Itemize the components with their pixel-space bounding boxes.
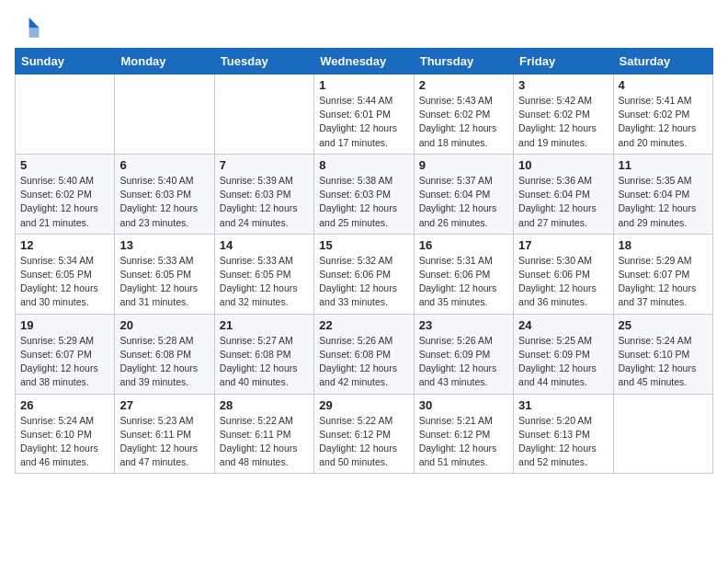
day-number: 14: [220, 238, 309, 252]
day-cell: 26Sunrise: 5:24 AM Sunset: 6:10 PM Dayli…: [16, 394, 115, 474]
day-info: Sunrise: 5:36 AM Sunset: 6:04 PM Dayligh…: [518, 174, 608, 230]
day-number: 13: [119, 238, 209, 252]
day-cell: 7Sunrise: 5:39 AM Sunset: 6:03 PM Daylig…: [214, 154, 313, 234]
day-cell: 30Sunrise: 5:21 AM Sunset: 6:12 PM Dayli…: [414, 394, 513, 474]
day-cell: 13Sunrise: 5:33 AM Sunset: 6:05 PM Dayli…: [115, 234, 214, 314]
weekday-tuesday: Tuesday: [214, 49, 313, 75]
day-info: Sunrise: 5:40 AM Sunset: 6:03 PM Dayligh…: [119, 174, 209, 230]
day-cell: 10Sunrise: 5:36 AM Sunset: 6:04 PM Dayli…: [514, 154, 613, 234]
day-number: 19: [20, 318, 109, 332]
day-info: Sunrise: 5:33 AM Sunset: 6:05 PM Dayligh…: [119, 254, 209, 310]
day-info: Sunrise: 5:25 AM Sunset: 6:09 PM Dayligh…: [518, 334, 608, 390]
week-row-4: 19Sunrise: 5:29 AM Sunset: 6:07 PM Dayli…: [16, 314, 713, 394]
day-info: Sunrise: 5:29 AM Sunset: 6:07 PM Dayligh…: [619, 254, 708, 310]
day-info: Sunrise: 5:22 AM Sunset: 6:11 PM Dayligh…: [220, 414, 309, 470]
day-info: Sunrise: 5:41 AM Sunset: 6:02 PM Dayligh…: [619, 94, 708, 150]
day-number: 31: [518, 398, 608, 412]
weekday-wednesday: Wednesday: [314, 49, 414, 75]
day-number: 23: [419, 318, 508, 332]
day-number: 26: [20, 398, 109, 412]
day-cell: 14Sunrise: 5:33 AM Sunset: 6:05 PM Dayli…: [214, 234, 313, 314]
week-row-3: 12Sunrise: 5:34 AM Sunset: 6:05 PM Dayli…: [16, 234, 713, 314]
day-info: Sunrise: 5:23 AM Sunset: 6:11 PM Dayligh…: [119, 414, 209, 470]
day-cell: [16, 75, 115, 155]
day-info: Sunrise: 5:28 AM Sunset: 6:08 PM Dayligh…: [119, 334, 209, 390]
day-info: Sunrise: 5:26 AM Sunset: 6:08 PM Dayligh…: [319, 334, 408, 390]
weekday-saturday: Saturday: [613, 49, 712, 75]
day-number: 25: [619, 318, 708, 332]
day-info: Sunrise: 5:37 AM Sunset: 6:04 PM Dayligh…: [419, 174, 508, 230]
day-info: Sunrise: 5:38 AM Sunset: 6:03 PM Dayligh…: [319, 174, 408, 230]
logo-icon: [15, 15, 40, 40]
day-info: Sunrise: 5:30 AM Sunset: 6:06 PM Dayligh…: [518, 254, 608, 310]
day-info: Sunrise: 5:24 AM Sunset: 6:10 PM Dayligh…: [619, 334, 708, 390]
day-info: Sunrise: 5:34 AM Sunset: 6:05 PM Dayligh…: [20, 254, 109, 310]
day-cell: 22Sunrise: 5:26 AM Sunset: 6:08 PM Dayli…: [314, 314, 414, 394]
day-number: 9: [419, 158, 508, 172]
day-cell: 8Sunrise: 5:38 AM Sunset: 6:03 PM Daylig…: [314, 154, 414, 234]
day-number: 10: [518, 158, 608, 172]
weekday-sunday: Sunday: [16, 49, 115, 75]
day-info: Sunrise: 5:40 AM Sunset: 6:02 PM Dayligh…: [20, 174, 109, 230]
day-info: Sunrise: 5:22 AM Sunset: 6:12 PM Dayligh…: [319, 414, 408, 470]
day-cell: 31Sunrise: 5:20 AM Sunset: 6:13 PM Dayli…: [514, 394, 613, 474]
day-info: Sunrise: 5:42 AM Sunset: 6:02 PM Dayligh…: [518, 94, 608, 150]
svg-marker-0: [29, 17, 40, 28]
day-number: 12: [20, 238, 109, 252]
day-number: 2: [419, 78, 508, 92]
day-number: 21: [220, 318, 309, 332]
day-cell: 20Sunrise: 5:28 AM Sunset: 6:08 PM Dayli…: [115, 314, 214, 394]
logo: [15, 15, 44, 40]
header-row: [15, 15, 713, 40]
day-cell: 15Sunrise: 5:32 AM Sunset: 6:06 PM Dayli…: [314, 234, 414, 314]
day-cell: 4Sunrise: 5:41 AM Sunset: 6:02 PM Daylig…: [613, 75, 712, 155]
day-number: 22: [319, 318, 408, 332]
day-cell: 21Sunrise: 5:27 AM Sunset: 6:08 PM Dayli…: [214, 314, 313, 394]
day-number: 28: [220, 398, 309, 412]
day-cell: 16Sunrise: 5:31 AM Sunset: 6:06 PM Dayli…: [414, 234, 513, 314]
weekday-header-row: SundayMondayTuesdayWednesdayThursdayFrid…: [16, 49, 713, 75]
day-info: Sunrise: 5:26 AM Sunset: 6:09 PM Dayligh…: [419, 334, 508, 390]
day-number: 3: [518, 78, 608, 92]
day-info: Sunrise: 5:39 AM Sunset: 6:03 PM Dayligh…: [220, 174, 309, 230]
day-cell: 23Sunrise: 5:26 AM Sunset: 6:09 PM Dayli…: [414, 314, 513, 394]
day-info: Sunrise: 5:33 AM Sunset: 6:05 PM Dayligh…: [220, 254, 309, 310]
day-cell: 6Sunrise: 5:40 AM Sunset: 6:03 PM Daylig…: [115, 154, 214, 234]
day-info: Sunrise: 5:44 AM Sunset: 6:01 PM Dayligh…: [319, 94, 408, 150]
page-container: SundayMondayTuesdayWednesdayThursdayFrid…: [0, 0, 728, 483]
day-cell: 5Sunrise: 5:40 AM Sunset: 6:02 PM Daylig…: [16, 154, 115, 234]
week-row-5: 26Sunrise: 5:24 AM Sunset: 6:10 PM Dayli…: [16, 394, 713, 474]
day-cell: 17Sunrise: 5:30 AM Sunset: 6:06 PM Dayli…: [514, 234, 613, 314]
day-info: Sunrise: 5:27 AM Sunset: 6:08 PM Dayligh…: [220, 334, 309, 390]
weekday-friday: Friday: [514, 49, 613, 75]
svg-marker-1: [29, 28, 40, 38]
day-cell: 2Sunrise: 5:43 AM Sunset: 6:02 PM Daylig…: [414, 75, 513, 155]
day-info: Sunrise: 5:32 AM Sunset: 6:06 PM Dayligh…: [319, 254, 408, 310]
week-row-1: 1Sunrise: 5:44 AM Sunset: 6:01 PM Daylig…: [16, 75, 713, 155]
day-number: 5: [20, 158, 109, 172]
day-number: 8: [319, 158, 408, 172]
day-number: 15: [319, 238, 408, 252]
day-cell: 25Sunrise: 5:24 AM Sunset: 6:10 PM Dayli…: [613, 314, 712, 394]
day-number: 6: [119, 158, 209, 172]
day-number: 29: [319, 398, 408, 412]
day-number: 1: [319, 78, 408, 92]
day-number: 30: [419, 398, 508, 412]
weekday-monday: Monday: [115, 49, 214, 75]
day-info: Sunrise: 5:31 AM Sunset: 6:06 PM Dayligh…: [419, 254, 508, 310]
day-info: Sunrise: 5:20 AM Sunset: 6:13 PM Dayligh…: [518, 414, 608, 470]
day-number: 11: [619, 158, 708, 172]
day-number: 20: [119, 318, 209, 332]
calendar-table: SundayMondayTuesdayWednesdayThursdayFrid…: [15, 48, 713, 474]
day-number: 18: [619, 238, 708, 252]
day-number: 16: [419, 238, 508, 252]
day-number: 7: [220, 158, 309, 172]
day-cell: 18Sunrise: 5:29 AM Sunset: 6:07 PM Dayli…: [613, 234, 712, 314]
weekday-thursday: Thursday: [414, 49, 513, 75]
day-cell: [613, 394, 712, 474]
day-cell: 24Sunrise: 5:25 AM Sunset: 6:09 PM Dayli…: [514, 314, 613, 394]
day-cell: 29Sunrise: 5:22 AM Sunset: 6:12 PM Dayli…: [314, 394, 414, 474]
day-info: Sunrise: 5:21 AM Sunset: 6:12 PM Dayligh…: [419, 414, 508, 470]
day-info: Sunrise: 5:43 AM Sunset: 6:02 PM Dayligh…: [419, 94, 508, 150]
day-info: Sunrise: 5:29 AM Sunset: 6:07 PM Dayligh…: [20, 334, 109, 390]
